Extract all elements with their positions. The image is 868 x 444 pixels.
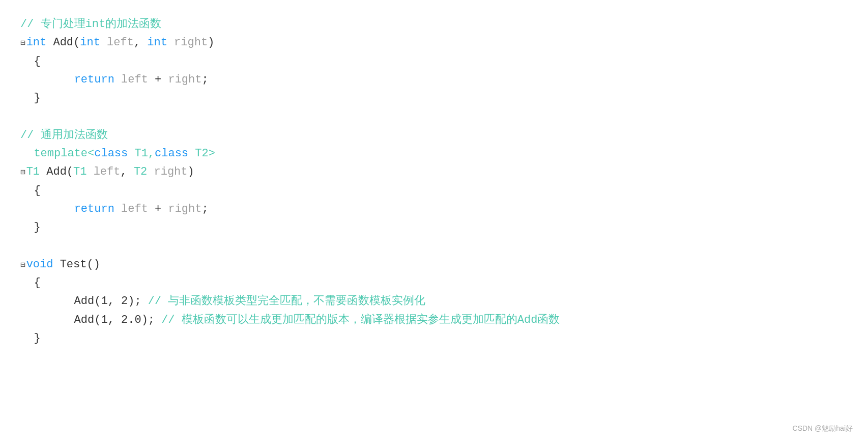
comment-1: // 专门处理int的加法函数 (20, 18, 161, 31)
func2-name: Add( (40, 165, 73, 178)
brace-open-1: { (20, 55, 41, 68)
comment-2: // 通用加法函数 (20, 129, 108, 142)
fold-indicator-3[interactable]: ⊟ (20, 261, 25, 270)
keyword-T1-param: T1 (73, 165, 86, 178)
return-stmt-2: return left + right; (20, 203, 209, 215)
func1-name: Add( (46, 36, 80, 49)
keyword-int-1: int (26, 36, 47, 49)
param-right-1: right (167, 36, 208, 49)
param-right-2: right (147, 165, 187, 178)
brace-open-3: { (20, 276, 41, 289)
fold-indicator-1[interactable]: ⊟ (20, 39, 25, 48)
keyword-int-2: int (80, 36, 100, 49)
brace-close-3: } (20, 332, 41, 345)
fold-indicator-2[interactable]: ⊟ (20, 168, 25, 177)
brace-close-2: } (20, 221, 41, 234)
return-stmt-1: return left + right; (20, 73, 209, 86)
keyword-void: void (26, 258, 53, 271)
code-display: // 专门处理int的加法函数 ⊟int Add(int left, int r… (20, 15, 848, 348)
func3-name: Test() (53, 258, 100, 271)
call-stmt-1: Add(1, 2); // 与非函数模板类型完全匹配，不需要函数模板实例化 (20, 295, 425, 308)
keyword-int-3: int (147, 36, 167, 49)
code-container: // 专门处理int的加法函数 ⊟int Add(int left, int r… (20, 10, 848, 348)
keyword-T1-ret: T1 (26, 165, 40, 178)
brace-open-2: { (20, 184, 41, 197)
keyword-T2-param: T2 (134, 165, 147, 178)
param-left-1: left (100, 36, 134, 49)
watermark: CSDN @魅励hai好 (793, 423, 853, 434)
brace-close-1: } (20, 92, 41, 104)
template-decl: template<class T1,class T2> (20, 147, 215, 160)
call-stmt-2: Add(1, 2.0); // 模板函数可以生成更加匹配的版本，编译器根据实参生… (20, 314, 560, 326)
param-left-2: left (86, 165, 120, 178)
